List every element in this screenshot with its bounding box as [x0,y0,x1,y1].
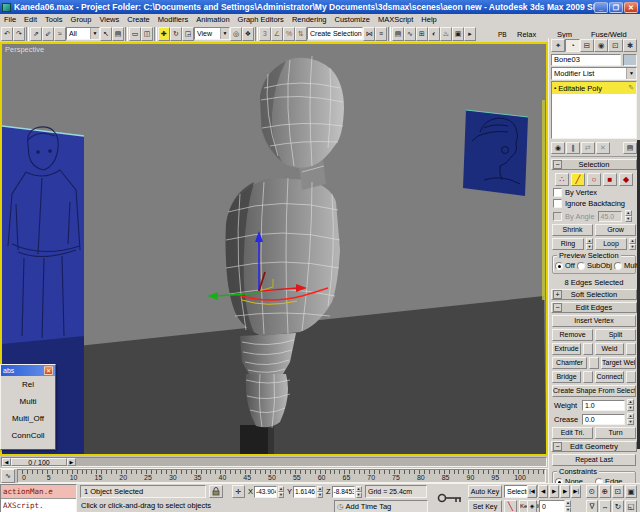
named-selection-sets[interactable]: Create Selection Set▼ [307,27,363,40]
insert-vertex-button[interactable]: Insert Vertex [552,315,636,327]
stack-expand-icon[interactable]: ▪ [554,85,556,91]
select-and-link-icon[interactable]: ⇗ [30,27,42,41]
render-setup-icon[interactable]: ♨ [440,27,452,41]
make-unique-icon[interactable]: ⇄ [581,142,595,154]
shrink-button[interactable]: Shrink [552,224,593,236]
close-button[interactable]: ✕ [624,2,638,13]
min-max-toggle-icon[interactable]: ◱ [625,500,637,512]
go-to-start-icon[interactable]: |◀ [527,485,537,498]
chevron-down-icon[interactable]: ▼ [220,28,229,39]
select-move-icon[interactable]: ✚ [158,27,170,41]
connect-button[interactable]: Connect [595,371,624,383]
arc-rotate-icon[interactable]: ↻ [612,500,624,512]
weight-field[interactable]: 1.0 [582,400,625,411]
zoom-icon[interactable]: ⊙ [586,485,598,498]
track-bar[interactable]: ∿ 05101520253035404550556065707580859095… [0,468,548,483]
quick-render-icon[interactable]: ▸ [464,27,476,41]
ring-button[interactable]: Ring [552,238,584,250]
remove-button[interactable]: Remove [552,329,593,341]
restore-button[interactable]: ❐ [609,2,623,13]
redo-icon[interactable]: ↷ [13,27,25,41]
extrude-settings-icon[interactable] [583,343,593,355]
spinner-snap-icon[interactable]: ⇅ [295,27,307,41]
rendered-frame-icon[interactable]: ▣ [452,27,464,41]
menu-item[interactable]: Create [123,15,154,24]
add-time-tag[interactable]: ◷Add Time Tag [334,500,428,512]
minimize-button[interactable]: _ [594,2,608,13]
floating-toolbar-button[interactable]: Rel [1,376,55,393]
mirror-icon[interactable]: ⋈ [363,27,375,41]
viewport-label[interactable]: Perspective [5,45,44,54]
menu-item[interactable]: Help [417,15,440,24]
by-angle-checkbox[interactable] [553,212,562,221]
chamfer-button[interactable]: Chamfer [552,357,587,369]
grow-button[interactable]: Grow [595,224,636,236]
align-icon[interactable]: ≡ [375,27,387,41]
weight-spinner[interactable] [627,399,634,411]
modifier-list-dropdown[interactable]: Modifier List ▼ [551,67,637,80]
menu-item[interactable]: Customize [330,15,373,24]
collapse-icon[interactable]: − [553,160,562,169]
zoom-extents-all-icon[interactable]: ▣ [625,485,637,498]
percent-snap-icon[interactable]: % [283,27,295,41]
absolute-offset-toggle-icon[interactable]: ✛ [232,485,245,498]
right-reference-plane[interactable] [463,110,528,196]
curve-editor-icon[interactable]: ∿ [404,27,416,41]
pb-button[interactable]: PB [498,31,507,38]
auto-key-button[interactable]: Auto Key [468,485,502,498]
floating-toolbar[interactable]: abs ✕ RelMultiMulti_OffConnColl [0,364,56,450]
edge-subobject-icon[interactable]: ╱ [571,173,585,186]
go-to-end-icon[interactable]: ▶| [571,485,581,498]
zoom-all-icon[interactable]: ⊕ [599,485,611,498]
x-coordinate-field[interactable]: -43.9048cm [254,486,277,498]
track-bar-ruler[interactable]: 0510152025303540455055606570758085909510… [17,469,546,483]
time-slider-track[interactable]: ◀ 0 / 100 ▶ [1,457,547,467]
menu-item[interactable]: Views [95,15,123,24]
select-rotate-icon[interactable]: ↻ [170,27,182,41]
field-of-view-icon[interactable]: ∇ [586,500,598,512]
repeat-last-button[interactable]: Repeat Last [552,454,636,466]
pan-icon[interactable]: ↔ [599,500,611,512]
title-bar[interactable]: Kaneda06.max - Project Folder: C:\Docume… [0,0,640,14]
use-pivot-icon[interactable]: ◎ [230,27,242,41]
listener-line[interactable]: AXScript. [1,499,76,512]
floating-toolbar-button[interactable]: ConnColl [1,427,55,444]
rollout-soft-selection-header[interactable]: + Soft Selection [551,289,637,300]
loop-button[interactable]: Loop [595,238,627,250]
by-vertex-checkbox[interactable] [553,188,562,197]
menu-item[interactable]: File [0,15,20,24]
object-color-swatch[interactable] [623,54,637,66]
chevron-down-icon[interactable]: ▼ [90,28,99,39]
layer-manager-icon[interactable]: ▤ [392,27,404,41]
z-coordinate-field[interactable]: -8.84539cm [332,486,355,498]
split-button[interactable]: Split [595,329,636,341]
next-frame-arrow[interactable]: ▶ [67,458,76,466]
tab-utilities-icon[interactable]: ✱ [623,39,637,52]
menu-item[interactable]: Modifiers [154,15,192,24]
time-slider[interactable]: ◀ 0 / 100 ▶ [0,456,548,468]
collapse-icon[interactable]: − [553,303,562,312]
modifier-stack[interactable]: ▪ Editable Poly ✎ [551,81,637,139]
frame-spinner[interactable] [565,500,571,512]
element-subobject-icon[interactable]: ◆ [619,173,633,186]
turn-button[interactable]: Turn [595,427,636,439]
angle-snap-icon[interactable]: ∠ [271,27,283,41]
ref-coord-dropdown[interactable]: View▼ [194,27,230,40]
preview-multi-radio[interactable] [614,262,622,270]
collapse-icon[interactable]: − [553,442,562,451]
extrude-button[interactable]: Extrude [552,343,581,355]
ignore-backfacing-checkbox[interactable] [553,199,562,208]
prev-frame-arrow[interactable]: ◀ [2,458,11,466]
close-icon[interactable]: ✕ [44,366,53,375]
floating-toolbar-button[interactable]: Multi_Off [1,410,55,427]
maxscript-mini-listener[interactable]: actionMan.e AXScript. [0,484,77,512]
object-name-field[interactable]: Bone03 [551,54,621,66]
select-object-icon[interactable]: ↖ [100,27,112,41]
select-by-name-icon[interactable]: ▤ [112,27,124,41]
floating-toolbar-button[interactable]: Multi [1,393,55,410]
show-end-result-icon[interactable]: ∥ [566,142,580,154]
relax-button[interactable]: Relax [517,30,536,39]
bridge-button[interactable]: Bridge [552,371,581,383]
mini-curve-editor-icon[interactable]: ∿ [1,469,15,483]
perspective-viewport[interactable]: Perspective [0,42,548,456]
